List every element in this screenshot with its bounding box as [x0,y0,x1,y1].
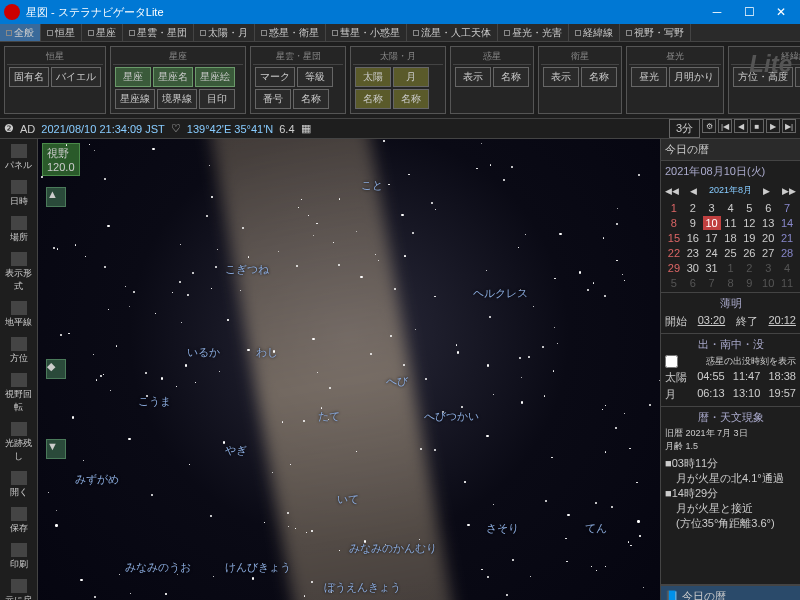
first-button[interactable]: |◀ [718,119,732,133]
category-tab[interactable]: 星雲・星団 [123,24,194,41]
calendar-day[interactable]: 30 [684,261,702,275]
left-tool-button[interactable]: 方位 [3,334,35,368]
calendar-day[interactable]: 4 [778,261,796,275]
ribbon-button[interactable]: 星座名 [153,67,193,87]
category-tab[interactable]: 全般 [0,24,41,41]
ribbon-button[interactable]: 星座絵 [195,67,235,87]
calendar-day[interactable]: 7 [703,276,721,290]
calendar-day[interactable]: 8 [722,276,740,290]
calendar-day[interactable]: 29 [665,261,683,275]
calendar-day[interactable]: 25 [722,246,740,260]
ribbon-button[interactable]: 等級 [297,67,333,87]
ribbon-button[interactable]: 名称 [493,67,529,87]
ribbon-button[interactable]: 固有名 [9,67,49,87]
calendar-day[interactable]: 8 [665,216,683,230]
category-tab[interactable]: 惑星・衛星 [255,24,326,41]
calendar-day[interactable]: 24 [703,246,721,260]
calendar-day[interactable]: 21 [778,231,796,245]
minimize-button[interactable]: ─ [702,2,732,22]
nav-up-button[interactable]: ▲ [46,187,66,207]
calendar-grid[interactable]: 1234567891011121314151617181920212223242… [661,199,800,292]
calendar-day[interactable]: 17 [703,231,721,245]
ribbon-button[interactable]: 名称 [393,89,429,109]
sky-view[interactable]: 視野120.0 ▲ ◆ ▼ 南東南南東南南南西南西 ことこぎつねヘルクレスいるか… [38,139,660,600]
ribbon-button[interactable]: 星座線 [115,89,155,109]
calendar-day[interactable]: 22 [665,246,683,260]
q-icon[interactable]: ❷ [4,122,14,135]
cal-prev-month[interactable]: ◀ [690,186,697,196]
category-tab[interactable]: 星座 [82,24,123,41]
ribbon-button[interactable]: 赤経・赤緯 [795,67,800,87]
ribbon-button[interactable]: 目印 [199,89,235,109]
calendar-day[interactable]: 6 [759,201,777,215]
calendar-day[interactable]: 9 [684,216,702,230]
fov-indicator[interactable]: 視野120.0 [42,143,80,176]
category-tab[interactable]: 流星・人工天体 [407,24,498,41]
last-button[interactable]: ▶| [782,119,796,133]
ribbon-button[interactable]: 名称 [581,67,617,87]
ribbon-button[interactable]: マーク [255,67,295,87]
nav-down-button[interactable]: ▼ [46,439,66,459]
calendar-day[interactable]: 12 [740,216,758,230]
datetime[interactable]: 2021/08/10 21:34:09 JST [41,123,165,135]
calendar-day[interactable]: 18 [722,231,740,245]
category-tab[interactable]: 彗星・小惑星 [326,24,407,41]
stop-button[interactable]: ■ [750,119,764,133]
calendar-day[interactable]: 11 [722,216,740,230]
left-tool-button[interactable]: 表示形式 [3,249,35,296]
next-button[interactable]: ▶ [766,119,780,133]
left-tool-button[interactable]: 印刷 [3,540,35,574]
calendar-day[interactable]: 10 [759,276,777,290]
left-tool-button[interactable]: 場所 [3,213,35,247]
close-button[interactable]: ✕ [766,2,796,22]
calendar-day[interactable]: 2 [740,261,758,275]
ribbon-button[interactable]: バイエル [51,67,101,87]
left-tool-button[interactable]: 保存 [3,504,35,538]
ribbon-button[interactable]: 月 [393,67,429,87]
calendar-day[interactable]: 7 [778,201,796,215]
ribbon-button[interactable]: 番号 [255,89,291,109]
ribbon-button[interactable]: 昼光 [631,67,667,87]
prev-button[interactable]: ◀ [734,119,748,133]
step[interactable]: 3分 [669,119,700,138]
calendar-day[interactable]: 27 [759,246,777,260]
calendar-day[interactable]: 3 [759,261,777,275]
category-tab[interactable]: 経緯線 [569,24,620,41]
category-tab[interactable]: 恒星 [41,24,82,41]
left-tool-button[interactable]: 元に戻す [3,576,35,600]
left-tool-button[interactable]: 地平線 [3,298,35,332]
category-tab[interactable]: 視野・写野 [620,24,691,41]
left-tool-button[interactable]: 光跡残し [3,419,35,466]
calendar-day[interactable]: 3 [703,201,721,215]
calendar-day[interactable]: 13 [759,216,777,230]
calendar-day[interactable]: 1 [665,201,683,215]
cal-next-month[interactable]: ▶ [763,186,770,196]
tab-today-almanac[interactable]: 📘今日の暦 [661,585,800,600]
ribbon-button[interactable]: 表示 [543,67,579,87]
ribbon-button[interactable]: 表示 [455,67,491,87]
calendar-day[interactable]: 9 [740,276,758,290]
calendar-day[interactable]: 23 [684,246,702,260]
category-tab[interactable]: 太陽・月 [194,24,255,41]
ribbon-button[interactable]: 境界線 [157,89,197,109]
left-tool-button[interactable]: 日時 [3,177,35,211]
coords[interactable]: 139°42'E 35°41'N [187,123,273,135]
calendar-day[interactable]: 28 [778,246,796,260]
left-tool-button[interactable]: パネル [3,141,35,175]
calendar-day[interactable]: 6 [684,276,702,290]
cal-next-year[interactable]: ▶▶ [782,186,796,196]
ribbon-button[interactable]: 月明かり [669,67,719,87]
calendar-day[interactable]: 15 [665,231,683,245]
calendar-day[interactable]: 19 [740,231,758,245]
step-config-icon[interactable]: ⚙ [702,119,716,133]
nav-center-button[interactable]: ◆ [46,359,66,379]
ribbon-button[interactable]: 名称 [355,89,391,109]
calendar-day[interactable]: 14 [778,216,796,230]
calendar-day[interactable]: 11 [778,276,796,290]
ribbon-button[interactable]: 太陽 [355,67,391,87]
calendar-day[interactable]: 20 [759,231,777,245]
cal-prev-year[interactable]: ◀◀ [665,186,679,196]
left-tool-button[interactable]: 視野回転 [3,370,35,417]
calendar-day[interactable]: 2 [684,201,702,215]
calendar-day[interactable]: 26 [740,246,758,260]
